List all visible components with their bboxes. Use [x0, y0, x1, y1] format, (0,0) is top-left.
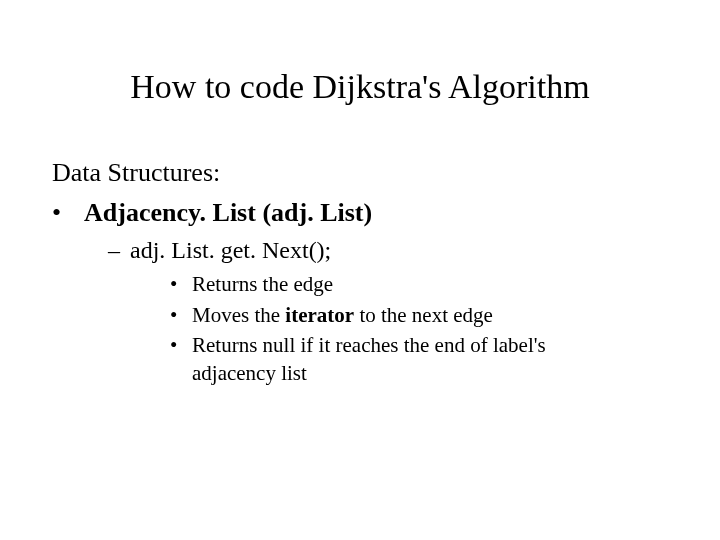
- dash-icon: –: [108, 237, 130, 264]
- bullet-level3: • Moves the iterator to the next edge: [170, 301, 680, 329]
- bullet-level3-group: • Returns the edge • Moves the iterator …: [52, 270, 680, 387]
- bullet-level2-label: adj. List. get. Next();: [130, 237, 331, 264]
- slide-title: How to code Dijkstra's Algorithm: [0, 0, 720, 154]
- bullet-icon: •: [170, 331, 192, 359]
- bullet-level3-label: Moves the iterator to the next edge: [192, 301, 680, 329]
- bullet-level3-label: Returns the edge: [192, 270, 680, 298]
- bullet-level3-label: Returns null if it reaches the end of la…: [192, 331, 680, 388]
- slide-content: Data Structures: • Adjacency. List (adj.…: [0, 154, 720, 388]
- bullet-icon: •: [52, 194, 84, 232]
- bullet-level3: • Returns null if it reaches the end of …: [170, 331, 680, 388]
- slide-container: How to code Dijkstra's Algorithm Data St…: [0, 0, 720, 540]
- bullet-level1-label: Adjacency. List (adj. List): [84, 194, 372, 232]
- bullet-icon: •: [170, 270, 192, 298]
- section-heading: Data Structures:: [52, 154, 680, 192]
- bullet-icon: •: [170, 301, 192, 329]
- text-suffix: to the next edge: [354, 303, 493, 327]
- text-prefix: Moves the: [192, 303, 285, 327]
- bullet-level2: – adj. List. get. Next();: [52, 237, 680, 264]
- bullet-level3: • Returns the edge: [170, 270, 680, 298]
- bullet-level1: • Adjacency. List (adj. List): [52, 194, 680, 232]
- text-bold: iterator: [285, 303, 354, 327]
